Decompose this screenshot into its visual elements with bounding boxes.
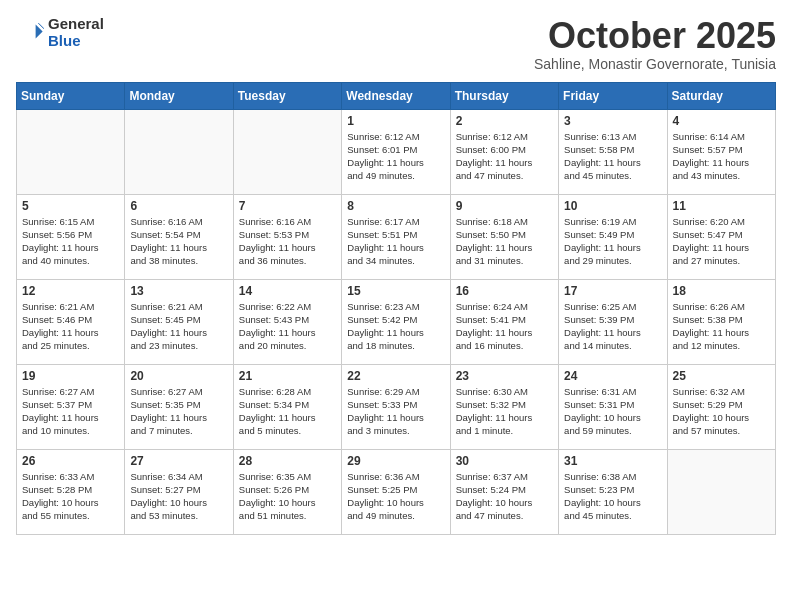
calendar-cell: 29Sunrise: 6:36 AM Sunset: 5:25 PM Dayli… xyxy=(342,449,450,534)
day-info: Sunrise: 6:36 AM Sunset: 5:25 PM Dayligh… xyxy=(347,470,444,523)
calendar-cell: 27Sunrise: 6:34 AM Sunset: 5:27 PM Dayli… xyxy=(125,449,233,534)
week-row-4: 19Sunrise: 6:27 AM Sunset: 5:37 PM Dayli… xyxy=(17,364,776,449)
day-number: 4 xyxy=(673,114,770,128)
day-info: Sunrise: 6:27 AM Sunset: 5:35 PM Dayligh… xyxy=(130,385,227,438)
calendar-cell: 21Sunrise: 6:28 AM Sunset: 5:34 PM Dayli… xyxy=(233,364,341,449)
day-number: 29 xyxy=(347,454,444,468)
day-number: 14 xyxy=(239,284,336,298)
day-info: Sunrise: 6:15 AM Sunset: 5:56 PM Dayligh… xyxy=(22,215,119,268)
day-info: Sunrise: 6:13 AM Sunset: 5:58 PM Dayligh… xyxy=(564,130,661,183)
day-number: 27 xyxy=(130,454,227,468)
day-number: 13 xyxy=(130,284,227,298)
day-info: Sunrise: 6:22 AM Sunset: 5:43 PM Dayligh… xyxy=(239,300,336,353)
day-info: Sunrise: 6:18 AM Sunset: 5:50 PM Dayligh… xyxy=(456,215,553,268)
week-row-2: 5Sunrise: 6:15 AM Sunset: 5:56 PM Daylig… xyxy=(17,194,776,279)
day-number: 20 xyxy=(130,369,227,383)
weekday-header-thursday: Thursday xyxy=(450,82,558,109)
calendar-cell xyxy=(667,449,775,534)
day-info: Sunrise: 6:20 AM Sunset: 5:47 PM Dayligh… xyxy=(673,215,770,268)
week-row-3: 12Sunrise: 6:21 AM Sunset: 5:46 PM Dayli… xyxy=(17,279,776,364)
title-block: October 2025 Sahline, Monastir Governora… xyxy=(534,16,776,72)
weekday-header-wednesday: Wednesday xyxy=(342,82,450,109)
day-info: Sunrise: 6:27 AM Sunset: 5:37 PM Dayligh… xyxy=(22,385,119,438)
day-number: 18 xyxy=(673,284,770,298)
logo: General Blue xyxy=(16,16,104,49)
logo-text: General Blue xyxy=(48,16,104,49)
day-number: 30 xyxy=(456,454,553,468)
day-info: Sunrise: 6:33 AM Sunset: 5:28 PM Dayligh… xyxy=(22,470,119,523)
day-info: Sunrise: 6:28 AM Sunset: 5:34 PM Dayligh… xyxy=(239,385,336,438)
calendar-cell: 14Sunrise: 6:22 AM Sunset: 5:43 PM Dayli… xyxy=(233,279,341,364)
day-info: Sunrise: 6:26 AM Sunset: 5:38 PM Dayligh… xyxy=(673,300,770,353)
day-number: 19 xyxy=(22,369,119,383)
calendar-cell: 20Sunrise: 6:27 AM Sunset: 5:35 PM Dayli… xyxy=(125,364,233,449)
calendar-cell: 6Sunrise: 6:16 AM Sunset: 5:54 PM Daylig… xyxy=(125,194,233,279)
calendar-cell: 16Sunrise: 6:24 AM Sunset: 5:41 PM Dayli… xyxy=(450,279,558,364)
day-number: 7 xyxy=(239,199,336,213)
calendar-cell: 18Sunrise: 6:26 AM Sunset: 5:38 PM Dayli… xyxy=(667,279,775,364)
day-info: Sunrise: 6:29 AM Sunset: 5:33 PM Dayligh… xyxy=(347,385,444,438)
calendar-table: SundayMondayTuesdayWednesdayThursdayFrid… xyxy=(16,82,776,535)
calendar-title: October 2025 xyxy=(534,16,776,56)
day-info: Sunrise: 6:35 AM Sunset: 5:26 PM Dayligh… xyxy=(239,470,336,523)
calendar-cell: 19Sunrise: 6:27 AM Sunset: 5:37 PM Dayli… xyxy=(17,364,125,449)
calendar-cell: 17Sunrise: 6:25 AM Sunset: 5:39 PM Dayli… xyxy=(559,279,667,364)
calendar-cell: 26Sunrise: 6:33 AM Sunset: 5:28 PM Dayli… xyxy=(17,449,125,534)
day-info: Sunrise: 6:38 AM Sunset: 5:23 PM Dayligh… xyxy=(564,470,661,523)
calendar-cell: 4Sunrise: 6:14 AM Sunset: 5:57 PM Daylig… xyxy=(667,109,775,194)
calendar-cell: 13Sunrise: 6:21 AM Sunset: 5:45 PM Dayli… xyxy=(125,279,233,364)
weekday-header-row: SundayMondayTuesdayWednesdayThursdayFrid… xyxy=(17,82,776,109)
weekday-header-friday: Friday xyxy=(559,82,667,109)
svg-marker-1 xyxy=(38,23,44,29)
day-number: 8 xyxy=(347,199,444,213)
calendar-cell xyxy=(233,109,341,194)
calendar-cell: 11Sunrise: 6:20 AM Sunset: 5:47 PM Dayli… xyxy=(667,194,775,279)
day-number: 28 xyxy=(239,454,336,468)
day-number: 22 xyxy=(347,369,444,383)
calendar-cell: 23Sunrise: 6:30 AM Sunset: 5:32 PM Dayli… xyxy=(450,364,558,449)
week-row-1: 1Sunrise: 6:12 AM Sunset: 6:01 PM Daylig… xyxy=(17,109,776,194)
calendar-cell: 1Sunrise: 6:12 AM Sunset: 6:01 PM Daylig… xyxy=(342,109,450,194)
weekday-header-tuesday: Tuesday xyxy=(233,82,341,109)
day-info: Sunrise: 6:23 AM Sunset: 5:42 PM Dayligh… xyxy=(347,300,444,353)
day-number: 9 xyxy=(456,199,553,213)
calendar-cell: 10Sunrise: 6:19 AM Sunset: 5:49 PM Dayli… xyxy=(559,194,667,279)
day-info: Sunrise: 6:17 AM Sunset: 5:51 PM Dayligh… xyxy=(347,215,444,268)
day-number: 6 xyxy=(130,199,227,213)
day-number: 25 xyxy=(673,369,770,383)
calendar-cell: 24Sunrise: 6:31 AM Sunset: 5:31 PM Dayli… xyxy=(559,364,667,449)
calendar-cell xyxy=(17,109,125,194)
calendar-cell: 30Sunrise: 6:37 AM Sunset: 5:24 PM Dayli… xyxy=(450,449,558,534)
day-info: Sunrise: 6:16 AM Sunset: 5:53 PM Dayligh… xyxy=(239,215,336,268)
day-number: 3 xyxy=(564,114,661,128)
day-info: Sunrise: 6:31 AM Sunset: 5:31 PM Dayligh… xyxy=(564,385,661,438)
calendar-cell: 22Sunrise: 6:29 AM Sunset: 5:33 PM Dayli… xyxy=(342,364,450,449)
calendar-cell: 15Sunrise: 6:23 AM Sunset: 5:42 PM Dayli… xyxy=(342,279,450,364)
calendar-cell: 12Sunrise: 6:21 AM Sunset: 5:46 PM Dayli… xyxy=(17,279,125,364)
day-info: Sunrise: 6:37 AM Sunset: 5:24 PM Dayligh… xyxy=(456,470,553,523)
week-row-5: 26Sunrise: 6:33 AM Sunset: 5:28 PM Dayli… xyxy=(17,449,776,534)
day-info: Sunrise: 6:12 AM Sunset: 6:00 PM Dayligh… xyxy=(456,130,553,183)
logo-icon xyxy=(16,19,44,47)
calendar-cell: 3Sunrise: 6:13 AM Sunset: 5:58 PM Daylig… xyxy=(559,109,667,194)
day-info: Sunrise: 6:21 AM Sunset: 5:46 PM Dayligh… xyxy=(22,300,119,353)
day-info: Sunrise: 6:25 AM Sunset: 5:39 PM Dayligh… xyxy=(564,300,661,353)
calendar-cell: 7Sunrise: 6:16 AM Sunset: 5:53 PM Daylig… xyxy=(233,194,341,279)
day-number: 26 xyxy=(22,454,119,468)
day-number: 21 xyxy=(239,369,336,383)
day-info: Sunrise: 6:19 AM Sunset: 5:49 PM Dayligh… xyxy=(564,215,661,268)
weekday-header-saturday: Saturday xyxy=(667,82,775,109)
weekday-header-monday: Monday xyxy=(125,82,233,109)
day-info: Sunrise: 6:16 AM Sunset: 5:54 PM Dayligh… xyxy=(130,215,227,268)
day-number: 2 xyxy=(456,114,553,128)
calendar-cell: 5Sunrise: 6:15 AM Sunset: 5:56 PM Daylig… xyxy=(17,194,125,279)
calendar-cell: 2Sunrise: 6:12 AM Sunset: 6:00 PM Daylig… xyxy=(450,109,558,194)
day-number: 11 xyxy=(673,199,770,213)
day-number: 10 xyxy=(564,199,661,213)
calendar-cell: 31Sunrise: 6:38 AM Sunset: 5:23 PM Dayli… xyxy=(559,449,667,534)
day-number: 23 xyxy=(456,369,553,383)
calendar-cell: 9Sunrise: 6:18 AM Sunset: 5:50 PM Daylig… xyxy=(450,194,558,279)
day-info: Sunrise: 6:30 AM Sunset: 5:32 PM Dayligh… xyxy=(456,385,553,438)
day-info: Sunrise: 6:34 AM Sunset: 5:27 PM Dayligh… xyxy=(130,470,227,523)
calendar-cell xyxy=(125,109,233,194)
